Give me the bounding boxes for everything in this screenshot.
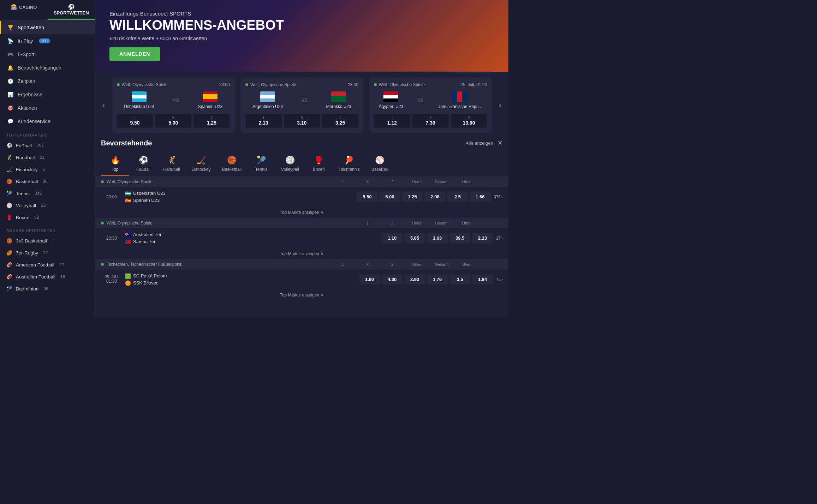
tab-fussball[interactable]: ⚽ Fußball xyxy=(129,152,157,176)
odds-group-1: 9.50 5.00 1.25 2.08 2.5 1.66 xyxy=(357,192,491,202)
carousel-next-button[interactable]: › xyxy=(497,77,503,133)
odd-btn-2[interactable]: 1.25 xyxy=(402,192,423,202)
odd-btn-gesamt[interactable]: 3.5 xyxy=(449,274,471,284)
flag-icon: 🇪🇸 xyxy=(125,198,131,203)
sport-american-football[interactable]: 🏈 American Football 22 › xyxy=(0,259,95,271)
tab-sportwetten[interactable]: ⚽ SPORTWETTEN xyxy=(48,0,95,20)
col-uber: Über xyxy=(454,221,479,225)
league-name-1: Welt, Olympische Spiele xyxy=(107,179,328,184)
odd-btn-gesamt[interactable]: 39.5 xyxy=(449,233,471,243)
odd-x[interactable]: X 5.00 xyxy=(155,114,191,128)
tab-basketball[interactable]: 🏀 Basketball xyxy=(216,152,247,176)
odd-btn-unter[interactable]: 1.76 xyxy=(427,274,448,284)
main-content: Einzahlungs-Bonuscode: SPORTS WILLKOMMEN… xyxy=(95,0,508,318)
odd-2[interactable]: 2 3.25 xyxy=(322,114,358,128)
odd-2[interactable]: 2 13.00 xyxy=(451,114,487,128)
tab-volleyball[interactable]: 🏐 Volleyball xyxy=(275,152,305,176)
odds-group-2: 1.10 5.85 1.63 39.5 2.13 xyxy=(382,233,493,243)
chevron-right-icon: › xyxy=(87,274,89,279)
team2: Marokko U23 xyxy=(326,91,351,109)
nav-esport[interactable]: 🎮 E-Sport xyxy=(0,48,95,61)
team1-name: Usbekistan U23 xyxy=(133,191,166,196)
col-unter: Unter xyxy=(405,262,429,266)
handball-tab-icon: 🤾 xyxy=(167,156,177,165)
odd-btn-unter[interactable]: 2.08 xyxy=(424,192,446,202)
nav-promotions[interactable]: 🎯 Aktionen xyxy=(0,101,95,115)
sport-tennis[interactable]: 🎾 Tennis 342 › xyxy=(0,187,95,199)
tab-tischtennis[interactable]: 🏓 Tischtennis xyxy=(333,152,365,176)
bevorstehende-title: Bevorstehende xyxy=(101,139,152,147)
league-name: Welt, Olympische Spiele xyxy=(250,82,296,87)
nav-notifications[interactable]: 🔔 Benachrichtigungen xyxy=(0,61,95,74)
basketball-tab-icon: 🏀 xyxy=(227,156,237,165)
soccer-icon: ⚽ xyxy=(6,143,12,148)
odd-x[interactable]: X 7.30 xyxy=(412,114,449,128)
sport-boxen[interactable]: 🥊 Boxen 52 › xyxy=(0,211,95,223)
team2-name: SSK Bilovec xyxy=(133,280,159,286)
nav-results[interactable]: 📊 Ergebnisse xyxy=(0,88,95,101)
col-uber: Über xyxy=(454,262,479,266)
sport-australian-football[interactable]: 🏈 Australian Football 18 › xyxy=(0,271,95,283)
banner-subtitle: Einzahlungs-Bonuscode: SPORTS xyxy=(109,11,494,17)
sport-eishockey[interactable]: 🏒 Eishockey 5 › xyxy=(0,163,95,175)
top-markets-btn-1[interactable]: Top Märkte anzeigen ∨ xyxy=(280,210,324,215)
show-all-button[interactable]: Alle anzeigen xyxy=(466,140,493,146)
sport-badminton[interactable]: 🏸 Badminton 66 › xyxy=(0,283,95,295)
tab-eishockey[interactable]: 🏒 Eishockey xyxy=(186,152,216,176)
top-tab-row: 🎰 CASINO ⚽ SPORTWETTEN xyxy=(0,0,95,21)
match-count-1[interactable]: 376 › xyxy=(494,194,503,199)
odd-btn-1[interactable]: 1.90 xyxy=(359,274,380,284)
top-markets-btn-2[interactable]: Top Märkte anzeigen ∨ xyxy=(280,251,324,256)
sport-rugby7[interactable]: 🏉 7er-Rugby 12 › xyxy=(0,247,95,259)
col-2: 2 xyxy=(380,180,405,184)
sport-fussball[interactable]: ⚽ Fußball 707 › xyxy=(0,139,95,151)
odd-btn-1[interactable]: 9.50 xyxy=(357,192,378,202)
tab-handball[interactable]: 🤾 Handball xyxy=(157,152,186,176)
top-markets-btn-3[interactable]: Top Märkte anzeigen ∨ xyxy=(280,293,324,298)
odd-2[interactable]: 2 1.25 xyxy=(193,114,230,128)
nav-support[interactable]: 💬 Kundenservice xyxy=(0,115,95,128)
odd-btn-gesamt[interactable]: 2.5 xyxy=(447,192,468,202)
nav-inplay[interactable]: 📡 In-Play 106 xyxy=(0,34,95,48)
odd-btn-unter[interactable]: 1.63 xyxy=(427,233,448,243)
sport-3x3basketball[interactable]: 🏀 3x3 Basketball 7 › xyxy=(0,235,95,247)
sport-handball[interactable]: 🤾 Handball 21 › xyxy=(0,151,95,163)
odd-1[interactable]: 1 9.50 xyxy=(117,114,153,128)
odd-btn-uber[interactable]: 1.66 xyxy=(470,192,491,202)
sport-volleyball[interactable]: 🏐 Volleyball 23 › xyxy=(0,199,95,211)
odd-x[interactable]: X 3.10 xyxy=(284,114,320,128)
carousel-prev-button[interactable]: ‹ xyxy=(101,77,106,133)
chevron-right-icon: › xyxy=(87,155,89,160)
col-gesamt: Gesamt xyxy=(429,180,454,184)
3x3-icon: 🏀 xyxy=(6,238,12,244)
nav-sportwetten[interactable]: 🏆 Sportwetten xyxy=(0,21,95,34)
register-button[interactable]: ANMELDEN xyxy=(109,47,160,61)
odd-btn-uber[interactable]: 1.94 xyxy=(472,274,493,284)
match-count-3[interactable]: 75 › xyxy=(496,277,503,282)
odd-btn-2[interactable]: 5.85 xyxy=(404,233,425,243)
tab-boxen[interactable]: 🥊 Boxen xyxy=(305,152,333,176)
close-section-button[interactable]: ✕ xyxy=(497,139,503,147)
odd-btn-1[interactable]: 1.10 xyxy=(382,233,403,243)
chevron-right-icon: › xyxy=(87,167,89,172)
match-count-2[interactable]: 17 › xyxy=(496,236,503,241)
featured-matches-carousel: ‹ Welt, Olympische Spiele 23:00 Usbekist… xyxy=(95,72,508,133)
odd-btn-uber[interactable]: 2.13 xyxy=(472,233,493,243)
tab-casino[interactable]: 🎰 CASINO xyxy=(0,0,48,20)
odd-1[interactable]: 1 2.13 xyxy=(245,114,282,128)
tab-baseball[interactable]: ⚾ Baseball xyxy=(365,152,394,176)
col-x: X xyxy=(355,180,380,184)
match-section-3: Tschechien, Tschechischer Fußballpokal 1… xyxy=(95,259,508,300)
odd-1[interactable]: 1 1.12 xyxy=(374,114,410,128)
chevron-right-icon: › xyxy=(87,262,89,267)
odds-group-3: 1.90 4.30 2.93 1.76 3.5 1.94 xyxy=(359,274,493,284)
odd-btn-x[interactable]: 5.00 xyxy=(379,192,400,202)
tab-top[interactable]: 🔥 Top xyxy=(101,152,129,176)
badminton-icon: 🏸 xyxy=(6,286,12,292)
tab-tennis[interactable]: 🎾 Tennis xyxy=(247,152,275,176)
col-x: X xyxy=(355,262,380,266)
sport-basketball[interactable]: 🏀 Basketball 36 › xyxy=(0,175,95,187)
odd-btn-2[interactable]: 2.93 xyxy=(404,274,425,284)
odd-btn-x[interactable]: 4.30 xyxy=(382,274,403,284)
nav-schedule[interactable]: 🕐 Zeitplan xyxy=(0,74,95,88)
